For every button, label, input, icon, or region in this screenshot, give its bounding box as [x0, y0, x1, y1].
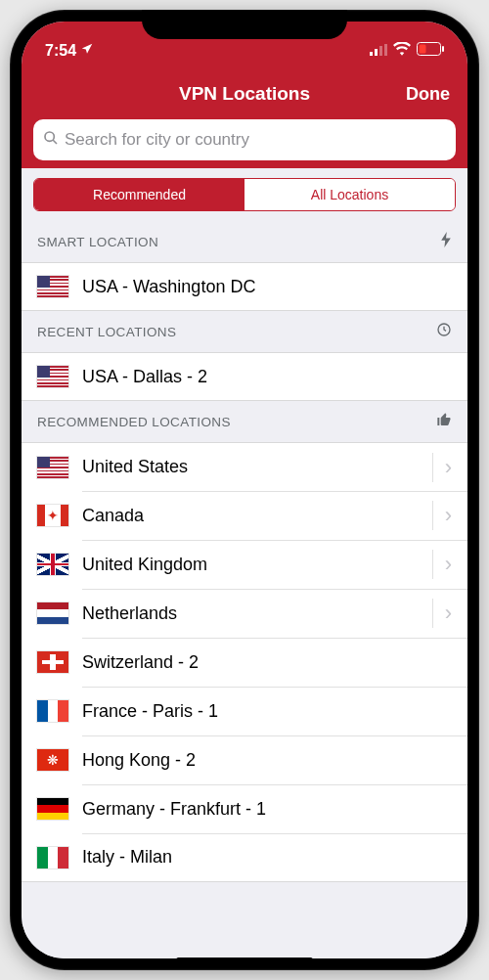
chevron-right-icon[interactable]: ›: [432, 453, 452, 482]
notch: [142, 10, 347, 39]
segmented-control: Recommended All Locations: [33, 178, 456, 211]
thumbs-up-icon: [436, 412, 452, 431]
locations-list[interactable]: SMART LOCATION USA - Washington DC RECEN…: [22, 221, 467, 958]
location-row-ch[interactable]: Switzerland - 2: [22, 638, 467, 687]
location-row-smart[interactable]: USA - Washington DC: [22, 262, 467, 311]
wifi-icon: [393, 42, 411, 60]
home-indicator[interactable]: [176, 958, 313, 962]
search-icon: [43, 130, 59, 151]
section-title-smart: SMART LOCATION: [37, 235, 158, 249]
svg-point-7: [45, 132, 54, 141]
tab-recommended[interactable]: Recommended: [34, 179, 244, 210]
location-label: United States: [82, 457, 419, 477]
flag-us-icon: [37, 276, 68, 297]
location-label: United Kingdom: [82, 555, 419, 575]
search-input[interactable]: [65, 130, 446, 150]
location-label: France - Paris - 1: [82, 701, 452, 722]
location-row-it[interactable]: Italy - Milan: [22, 833, 467, 882]
location-label: Hong Kong - 2: [82, 750, 452, 771]
section-header-smart: SMART LOCATION: [22, 221, 467, 262]
search-wrap: [22, 119, 467, 168]
chevron-right-icon[interactable]: ›: [432, 550, 452, 579]
location-row-recent[interactable]: USA - Dallas - 2: [22, 352, 467, 401]
flag-de-icon: [37, 798, 68, 820]
screen: 7:54 VPN Locations Done: [22, 22, 467, 958]
section-title-recommended: RECOMMENDED LOCATIONS: [37, 415, 231, 429]
status-time: 7:54: [45, 42, 76, 60]
status-right: [370, 42, 444, 60]
svg-rect-0: [370, 52, 373, 56]
page-title: VPN Locations: [179, 83, 310, 105]
flag-us-icon: [37, 457, 68, 478]
location-label: Switzerland - 2: [82, 652, 452, 673]
location-arrow-icon: [80, 42, 94, 60]
svg-line-8: [53, 140, 57, 144]
chevron-right-icon[interactable]: ›: [432, 599, 452, 628]
flag-us-icon: [37, 366, 68, 387]
svg-rect-6: [442, 46, 444, 52]
clock-icon: [436, 322, 452, 341]
flag-fr-icon: [37, 700, 68, 722]
done-button[interactable]: Done: [406, 84, 450, 105]
location-row-gb[interactable]: United Kingdom ›: [22, 540, 467, 589]
location-row-ca[interactable]: Canada ›: [22, 491, 467, 540]
location-row-fr[interactable]: France - Paris - 1: [22, 687, 467, 735]
segmented-wrap: Recommended All Locations: [22, 168, 467, 221]
flag-gb-icon: [37, 554, 68, 575]
flag-ch-icon: [37, 651, 68, 673]
location-row-de[interactable]: Germany - Frankfurt - 1: [22, 784, 467, 833]
chevron-right-icon[interactable]: ›: [432, 501, 452, 530]
svg-rect-1: [375, 49, 378, 56]
flag-ca-icon: [37, 505, 68, 526]
flag-it-icon: [37, 847, 68, 869]
flag-nl-icon: [37, 602, 68, 624]
location-label: USA - Washington DC: [82, 277, 452, 297]
device-frame: 7:54 VPN Locations Done: [10, 10, 479, 970]
location-row-us[interactable]: United States ›: [22, 442, 467, 491]
location-row-hk[interactable]: Hong Kong - 2: [22, 735, 467, 784]
flag-hk-icon: [37, 749, 68, 771]
section-header-recent: RECENT LOCATIONS: [22, 311, 467, 352]
section-header-recommended: RECOMMENDED LOCATIONS: [22, 401, 467, 442]
location-label: Italy - Milan: [82, 847, 452, 868]
nav-bar: VPN Locations Done: [22, 68, 467, 119]
location-label: USA - Dallas - 2: [82, 367, 452, 387]
svg-rect-2: [379, 46, 382, 56]
lightning-icon: [440, 232, 452, 251]
location-label: Canada: [82, 506, 419, 526]
status-left: 7:54: [45, 42, 94, 60]
location-label: Netherlands: [82, 603, 419, 624]
search-box[interactable]: [33, 119, 456, 160]
battery-low-icon: [417, 42, 444, 60]
location-row-nl[interactable]: Netherlands ›: [22, 589, 467, 638]
signal-icon: [370, 42, 387, 60]
svg-rect-3: [384, 44, 387, 56]
svg-rect-5: [420, 45, 426, 54]
location-label: Germany - Frankfurt - 1: [82, 799, 452, 820]
tab-all-locations[interactable]: All Locations: [244, 179, 455, 210]
section-title-recent: RECENT LOCATIONS: [37, 325, 176, 339]
